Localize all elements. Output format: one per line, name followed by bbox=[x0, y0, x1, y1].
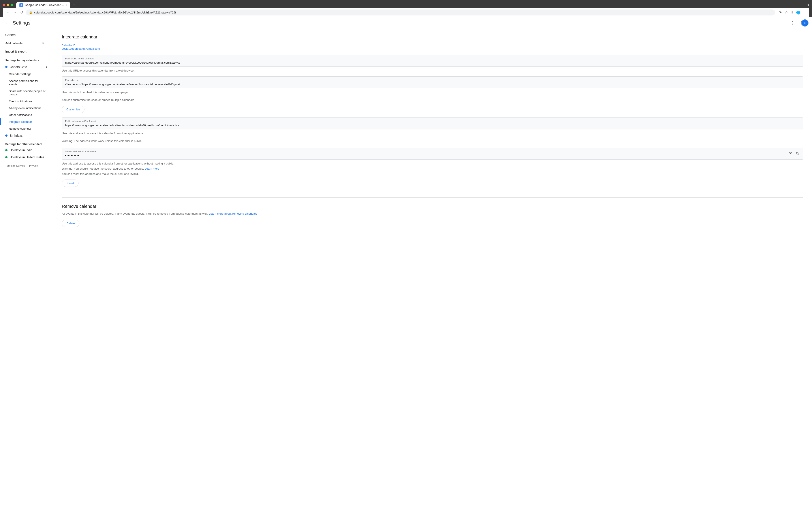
ical-box: Public address in iCal format https://ca… bbox=[62, 117, 803, 129]
back-nav-button[interactable]: ← bbox=[5, 10, 11, 15]
sidebar-sub-integrate-calendar[interactable]: Integrate calendar bbox=[0, 118, 53, 125]
new-tab-button[interactable]: + bbox=[71, 2, 77, 8]
remove-calendar-title: Remove calendar bbox=[62, 204, 803, 209]
delete-button[interactable]: Delete bbox=[62, 220, 79, 227]
user-avatar[interactable]: C bbox=[801, 19, 809, 27]
secret-warning: Warning: You should not give the secret … bbox=[62, 167, 803, 171]
sidebar-sub-event-notifications[interactable]: Event notifications bbox=[0, 98, 53, 105]
apps-icon[interactable]: ⋮⋮⋮ bbox=[793, 18, 801, 27]
integrate-title: Integrate calendar bbox=[62, 34, 803, 40]
sidebar-calendar-birthdays[interactable]: Birthdays bbox=[0, 132, 53, 139]
secret-label: Secret address in iCal format bbox=[65, 150, 786, 153]
access-permissions-label: Access permissions for events bbox=[9, 79, 47, 86]
other-notifications-label: Other notifications bbox=[9, 113, 32, 117]
download-icon[interactable]: ⬇ bbox=[791, 10, 794, 15]
browser-chrome: C Google Calendar - Calendar ... × + ▾ ←… bbox=[0, 0, 812, 17]
remove-calendar-label: Remove calendar bbox=[9, 127, 31, 130]
reset-button[interactable]: Reset bbox=[62, 180, 78, 187]
holidays-us-label: Holidays in United States bbox=[10, 155, 44, 159]
birthdays-dot bbox=[5, 134, 8, 137]
remove-description: All events in this calendar will be dele… bbox=[62, 212, 803, 216]
app-header: ← Settings ⋮⋮⋮ C bbox=[0, 17, 812, 29]
learn-more-link[interactable]: Learn more bbox=[145, 167, 159, 170]
other-calendars-section-label: Settings for other calendars bbox=[0, 139, 53, 147]
tab-favicon: C bbox=[19, 3, 23, 7]
my-calendars-section-label: Settings for my calendars bbox=[0, 55, 53, 63]
ical-value: https://calendar.google.com/calendar/ica… bbox=[65, 124, 179, 127]
sidebar-item-import-export[interactable]: Import & export bbox=[0, 47, 49, 55]
app-body: General Add calendar ▾ Import & export S… bbox=[0, 29, 812, 525]
back-button[interactable]: ← bbox=[3, 18, 12, 28]
calendar-id-value: social.coderscafe@gmail.com bbox=[62, 47, 803, 51]
public-url-value: https://calendar.google.com/calendar/emb… bbox=[65, 61, 180, 64]
star-icon[interactable]: ☆ bbox=[785, 10, 788, 15]
coders-cafe-chevron-icon: ▴ bbox=[46, 65, 47, 69]
eye-toolbar-icon[interactable]: 👁 bbox=[779, 11, 782, 15]
calendar-id-label: Calendar ID bbox=[62, 44, 803, 47]
ical-desc1: Use this address to access this calendar… bbox=[62, 131, 803, 136]
minimize-traffic-light[interactable] bbox=[6, 4, 9, 6]
app-wrapper: ← Settings ⋮⋮⋮ C General Add calendar ▾ … bbox=[0, 17, 812, 525]
section-divider bbox=[62, 197, 803, 198]
public-url-box: Public URL to this calendar https://cale… bbox=[62, 55, 803, 67]
sidebar-calendar-coders-cafe[interactable]: Coders Cafe ▴ bbox=[0, 63, 53, 71]
active-tab[interactable]: C Google Calendar - Calendar ... × bbox=[16, 2, 70, 8]
secret-desc1: Use this address to access this calendar… bbox=[62, 161, 803, 166]
embed-code-label: Embed code bbox=[65, 79, 800, 82]
address-bar[interactable]: 🔒 calendar.google.com/calendar/u/2/r/set… bbox=[26, 10, 775, 15]
address-text: calendar.google.com/calendar/u/2/r/setti… bbox=[34, 11, 772, 14]
public-url-description: Use this URL to access this calendar fro… bbox=[62, 69, 803, 73]
sidebar-sub-other-notifications[interactable]: Other notifications bbox=[0, 112, 53, 118]
birthdays-label: Birthdays bbox=[10, 134, 23, 137]
sidebar-calendar-holidays-india[interactable]: Holidays in India bbox=[0, 147, 53, 154]
sidebar-item-general[interactable]: General bbox=[0, 31, 49, 39]
collapse-button[interactable]: ▾ bbox=[808, 3, 809, 7]
more-menu-icon[interactable]: ⋮ bbox=[803, 10, 807, 15]
ical-desc2: Warning: The address won't work unless t… bbox=[62, 139, 803, 143]
calendar-settings-label: Calendar settings bbox=[9, 72, 31, 76]
globe-icon[interactable]: 🌐 bbox=[796, 10, 800, 15]
ical-label: Public address in iCal format bbox=[65, 120, 800, 123]
toolbar-icons: 👁 ☆ ⬇ 🌐 ⋮ bbox=[779, 10, 807, 15]
copy-secret-button[interactable]: ⧉ bbox=[795, 151, 800, 157]
privacy-link[interactable]: Privacy bbox=[29, 164, 38, 167]
sidebar-sub-remove-calendar[interactable]: Remove calendar bbox=[0, 125, 53, 132]
learn-more-removing-link[interactable]: Learn more about removing calendars bbox=[209, 212, 258, 215]
allday-notifications-label: All-day event notifications bbox=[9, 106, 41, 110]
show-secret-button[interactable]: 👁 bbox=[788, 151, 794, 157]
secret-reset-desc: You can reset this address and make the … bbox=[62, 172, 803, 176]
event-notifications-label: Event notifications bbox=[9, 100, 32, 103]
secret-field-box: Secret address in iCal format ••••••••••… bbox=[62, 148, 803, 160]
sidebar-footer: Terms of Service – Privacy bbox=[0, 161, 53, 171]
sidebar-sub-share-people[interactable]: Share with specific people or groups bbox=[0, 88, 53, 98]
lock-icon: 🔒 bbox=[29, 11, 32, 14]
embed-code-desc2: You can customize the code or embed mult… bbox=[62, 98, 803, 102]
sidebar-item-add-calendar[interactable]: Add calendar ▾ bbox=[0, 39, 49, 47]
sidebar: General Add calendar ▾ Import & export S… bbox=[0, 29, 53, 525]
add-calendar-label: Add calendar bbox=[5, 42, 24, 45]
holidays-india-dot bbox=[5, 149, 8, 151]
sidebar-sub-calendar-settings[interactable]: Calendar settings bbox=[0, 71, 53, 77]
secret-field-content: Secret address in iCal format •••••••••• bbox=[65, 150, 786, 157]
reload-button[interactable]: ↺ bbox=[19, 10, 24, 15]
general-label: General bbox=[5, 33, 16, 37]
embed-code-value: <iframe src="https://calendar.google.com… bbox=[65, 83, 179, 86]
share-people-label: Share with specific people or groups bbox=[9, 89, 47, 96]
terms-link[interactable]: Terms of Service bbox=[5, 164, 25, 167]
close-traffic-light[interactable] bbox=[3, 4, 5, 6]
traffic-lights bbox=[3, 4, 13, 6]
sidebar-calendar-holidays-us[interactable]: Holidays in United States bbox=[0, 154, 53, 161]
add-calendar-chevron-icon: ▾ bbox=[42, 41, 44, 45]
sidebar-sub-access-permissions[interactable]: Access permissions for events bbox=[0, 77, 53, 88]
secret-dots: •••••••••• bbox=[65, 154, 79, 157]
tab-close-button[interactable]: × bbox=[66, 3, 67, 6]
page-title: Settings bbox=[13, 20, 30, 26]
sidebar-sub-allday-notifications[interactable]: All-day event notifications bbox=[0, 105, 53, 112]
main-panel: Integrate calendar Calendar ID social.co… bbox=[53, 29, 812, 525]
customize-button[interactable]: Customize bbox=[62, 106, 85, 113]
coders-cafe-label: Coders Cafe bbox=[10, 65, 27, 69]
maximize-traffic-light[interactable] bbox=[11, 4, 13, 6]
holidays-us-dot bbox=[5, 156, 8, 158]
forward-nav-button[interactable]: → bbox=[12, 10, 18, 15]
coders-cafe-dot bbox=[5, 66, 8, 68]
